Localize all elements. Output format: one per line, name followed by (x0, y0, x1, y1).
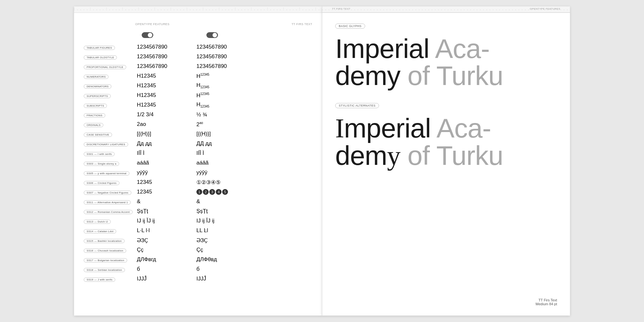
opentype-sample: ȘșȚț (134, 208, 193, 214)
feature-tag[interactable]: SS03 — Single-storey a (84, 162, 119, 166)
feature-row-ss01: SS01 — I with serifs IÍÎ Ì IÍÎ Ì (84, 149, 322, 157)
big-text-alt-line2: demy of Turku (335, 142, 557, 169)
basic-glyphs-tag: BASIC GLYPHS (335, 24, 365, 29)
opentype-sample: 1234567890 (134, 53, 193, 60)
feature-row-numerators: NUMERATORS H12345 H12345 (84, 72, 322, 80)
feature-tag[interactable]: SS13 — Dutch IJ (84, 220, 111, 224)
big-text-dark-2b: y (387, 61, 400, 91)
ttfirs-sample: & (193, 198, 258, 205)
ttfirs-sample: 1234567890 (193, 63, 258, 70)
feature-tag[interactable]: FRACTIONS (84, 113, 105, 118)
ttfirs-sample: 1234567890 (193, 53, 258, 60)
ttfirs-sample: ①②③④⑤ (193, 179, 258, 186)
feature-tag[interactable]: SS15 — Bashkir localization (84, 239, 125, 243)
ttfirs-sample: Çç (193, 247, 258, 253)
ruler-left: // drawn via inline SVG ticks below (74, 6, 322, 13)
big-text-alt-dark-2b: y (387, 141, 400, 171)
big-text-dark-2: dem (335, 61, 387, 91)
feature-label: SS15 — Bashkir localization (84, 237, 134, 243)
feature-tag[interactable]: SS01 — I with serifs (84, 152, 115, 156)
big-text-line2: demy of Turku (335, 62, 557, 89)
feature-label: SS01 — I with serifs (84, 150, 134, 156)
footer-title: TT Firs Text (535, 298, 557, 302)
ruler-right: TT FIRS TEXT OPENTYPE FEATURES (322, 6, 570, 13)
feature-row-ss11: SS11 — Alternative Ampersand 1 & & (84, 198, 322, 205)
feature-tag[interactable]: ORDINALS (84, 123, 103, 127)
ttfirs-sample: H12345 (193, 82, 258, 89)
ttfirs-sample: [{(H)}] (193, 131, 258, 137)
feature-tag[interactable]: SS14 — Catalan Ldot (84, 229, 116, 233)
feature-row-disc-ligatures: DISCRETIONARY LIGATURES Дд дд ДД дд (84, 140, 322, 147)
feature-label: SUBSCRIPTS (84, 102, 134, 108)
opentype-sample: 1234567890 (134, 44, 193, 50)
feature-tag[interactable]: SS17 — Bulgarian localization (84, 258, 127, 262)
opentype-sample: ДЛФвгд (134, 256, 193, 263)
feature-row-tabular-oldstyle: TABULAR OLDSTYLE 1234567890 1234567890 (84, 53, 322, 61)
feature-tag[interactable]: CASE SENSITIVE (84, 133, 112, 137)
big-text-line1: Imperial Aca- (335, 35, 557, 62)
feature-row-denominators: DENOMINATORS H12345 H12345 (84, 82, 322, 90)
opentype-sample: Дд дд (134, 140, 193, 147)
big-text-alt-line1: Imperial Aca- (335, 115, 557, 142)
feature-label: SS06 — Circled Figures (84, 179, 134, 185)
big-text-alt-dark-1d: l (425, 113, 431, 143)
right-page: TT FIRS TEXT OPENTYPE FEATURES BASIC GLY… (322, 6, 570, 316)
feature-tag[interactable]: SS05 — y with squared terminal (84, 171, 129, 175)
big-text-alt-dark-1b: mperi (344, 113, 410, 143)
feature-label: NUMERATORS (84, 73, 134, 79)
feature-row-ss13: SS13 — Dutch IJ IJ ij ĬJ ij IJ ij ĬJ ij (84, 217, 322, 225)
ttfirs-sample: ȘșȚț (193, 208, 258, 214)
feature-row-ss14: SS14 — Catalan Ldot L·L l·l ĿL Ŀl (84, 227, 322, 234)
big-text-alt-light-1: Aca- (431, 113, 491, 143)
opentype-sample: H12345 (134, 82, 193, 89)
feature-row-proportional-oldstyle: PROPORTIONAL OLDSTYLE 1234567890 1234567… (84, 62, 322, 70)
ttfirs-sample: ДД дд (193, 140, 258, 147)
feature-row-superscripts: SUPERSCRIPTS H12345 H12345 (84, 91, 322, 99)
feature-tag[interactable]: SS19 — J with serifs (84, 278, 115, 282)
feature-tag[interactable]: TABULAR FIGURES (84, 46, 115, 50)
ttfirs-sample: H12345 (193, 73, 258, 80)
left-page: // drawn via inline SVG ticks below OPEN… (74, 6, 322, 316)
feature-tag[interactable]: DISCRETIONARY LIGATURES (84, 142, 128, 147)
opentype-sample: yýŷÿ (134, 169, 193, 176)
pages-container: // drawn via inline SVG ticks below OPEN… (74, 6, 570, 316)
feature-row-ss03: SS03 — Single-storey a aáâã aáâã (84, 159, 322, 167)
feature-row-ss05: SS05 — y with squared terminal yýŷÿ yýŷÿ (84, 169, 322, 176)
feature-label: FRACTIONS (84, 112, 134, 118)
feature-tag-ss06[interactable]: SS06 — Circled Figures (84, 181, 119, 185)
big-text-light-1: Aca- (429, 33, 489, 64)
big-text-alt-dark-1: I (335, 113, 344, 143)
feature-tag[interactable]: SUPERSCRIPTS (84, 94, 111, 98)
feature-tag[interactable]: SS11 — Alternative Ampersand 1 (84, 200, 131, 204)
ttfirs-sample: ӘЗҪ (193, 237, 258, 244)
opentype-sample: 2ao (134, 121, 193, 128)
feature-tag[interactable]: SS12 — Romanian Comma Accent (84, 210, 133, 214)
feature-tag[interactable]: NUMERATORS (84, 75, 109, 79)
feature-tag[interactable]: SUBSCRIPTS (84, 104, 107, 108)
toggle-ttfirs[interactable] (206, 32, 218, 38)
feature-tag[interactable]: SS16 — Chuvash localization (84, 249, 126, 253)
opentype-sample: 12345 (134, 179, 193, 185)
feature-label: SS05 — y with squared terminal (84, 170, 134, 175)
feature-label: SS07 — Negative Circled Figures (84, 189, 134, 195)
feature-tag[interactable]: TABULAR OLDSTYLE (84, 55, 117, 60)
toggle-opentype[interactable] (142, 32, 153, 38)
feature-tag[interactable]: DENOMINATORS (84, 84, 111, 89)
feature-tag[interactable]: SS07 — Negative Circled Figures (84, 191, 131, 195)
feature-row-ss16: SS16 — Chuvash localization Çç Çç (84, 246, 322, 254)
feature-label: TABULAR FIGURES (84, 44, 134, 50)
feature-row-ss07: SS07 — Negative Circled Figures 12345 12… (84, 188, 322, 196)
feature-label: SS19 — J with serifs (84, 276, 134, 282)
big-text-alt-dark-2: dem (335, 140, 387, 171)
feature-tag[interactable]: SS18 — Serbian localization (84, 268, 125, 272)
opentype-sample: aáâã (134, 160, 193, 166)
feature-tag[interactable]: PROPORTIONAL OLDSTYLE (84, 65, 126, 69)
opentype-sample: H12345 (134, 102, 193, 108)
feature-label: SS18 — Serbian localization (84, 266, 134, 272)
ttfirs-sample: aáâã (193, 160, 258, 166)
opentype-sample: IÍÎ Ì (134, 150, 193, 156)
right-page-content: BASIC GLYPHS Imperial Aca- demy of Turku… (322, 13, 570, 192)
ttfirs-sample: 1234567890 (193, 44, 258, 50)
big-text-dark-1c: a (409, 33, 423, 64)
toggles-row (135, 32, 322, 38)
